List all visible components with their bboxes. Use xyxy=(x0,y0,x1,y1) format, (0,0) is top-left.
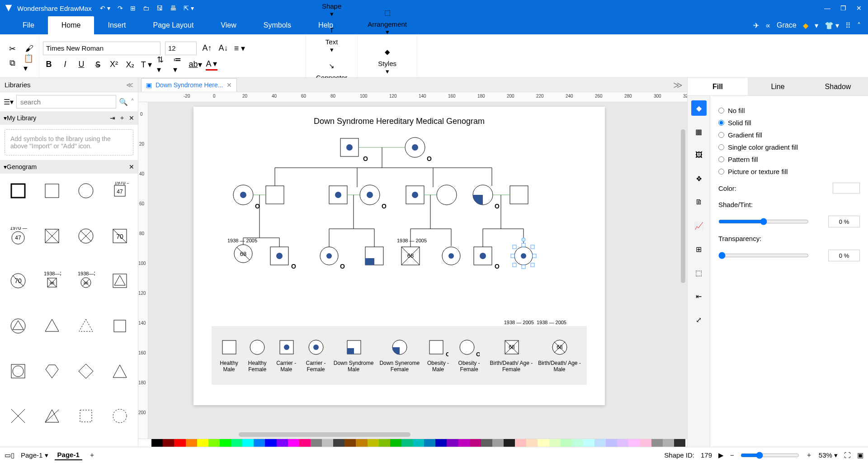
palette-shape[interactable]: 681938—2005 xyxy=(38,267,67,294)
palette-shape[interactable] xyxy=(105,312,134,340)
color-swatch-strip[interactable] xyxy=(322,439,333,447)
zoom-out-icon[interactable]: − xyxy=(730,451,734,459)
zoom-slider[interactable] xyxy=(741,452,799,459)
rp-align-icon[interactable]: ⇤ xyxy=(691,288,707,304)
color-swatch-strip[interactable] xyxy=(651,439,663,447)
rp-page-icon[interactable]: 🗎 xyxy=(691,194,707,210)
color-swatch-strip[interactable] xyxy=(390,439,401,447)
palette-shape[interactable]: 471970 — xyxy=(105,177,134,204)
shape-tool-button[interactable]: ▭Shape▾ xyxy=(316,0,348,20)
color-swatch-strip[interactable] xyxy=(311,439,322,447)
color-swatch-strip[interactable] xyxy=(356,439,367,447)
share-icon[interactable]: ∝ xyxy=(765,21,770,30)
font-color-icon[interactable]: A ▾ xyxy=(206,59,217,71)
color-swatch-strip[interactable] xyxy=(663,439,674,447)
canvas[interactable]: Down Syndrome Hereditary Medical Genogra… xyxy=(148,102,687,439)
color-swatch-strip[interactable] xyxy=(186,439,197,447)
text-effects-icon[interactable]: T ▾ xyxy=(141,59,152,71)
color-swatch-strip[interactable] xyxy=(617,439,628,447)
minimize-icon[interactable]: ― xyxy=(824,5,830,12)
color-swatch-strip[interactable] xyxy=(265,439,276,447)
transparency-slider[interactable] xyxy=(718,252,809,259)
palette-shape[interactable] xyxy=(105,402,134,430)
zoom-in-icon[interactable]: ＋ xyxy=(806,451,812,459)
line-spacing-icon[interactable]: ⇅ ▾ xyxy=(157,59,169,71)
color-swatch[interactable] xyxy=(833,183,860,194)
library-search-input[interactable] xyxy=(16,95,116,109)
color-swatch-strip[interactable] xyxy=(140,439,151,447)
palette-shape[interactable] xyxy=(4,402,33,430)
transparency-spin[interactable] xyxy=(828,250,860,261)
palette-shape[interactable] xyxy=(38,222,67,250)
export-icon[interactable]: ⇱ ▾ xyxy=(184,5,194,12)
color-swatch-strip[interactable] xyxy=(379,439,390,447)
expand-right-icon[interactable]: ≫ xyxy=(671,80,684,90)
rp-layers-icon[interactable]: ❖ xyxy=(691,171,707,186)
library-menu-icon[interactable]: ☰▾ xyxy=(4,98,14,106)
palette-shape[interactable] xyxy=(71,402,101,430)
close-mylib-icon[interactable]: ✕ xyxy=(129,114,134,122)
print-icon[interactable]: 🖶 xyxy=(170,5,176,12)
color-swatch-strip[interactable] xyxy=(435,439,447,447)
color-swatch-strip[interactable] xyxy=(242,439,254,447)
rp-tab-fill[interactable]: Fill xyxy=(688,78,748,95)
color-swatch-strip[interactable] xyxy=(151,439,163,447)
color-swatch-strip[interactable] xyxy=(163,439,174,447)
underline-icon[interactable]: U xyxy=(75,59,87,71)
color-swatch-strip[interactable] xyxy=(504,439,515,447)
palette-shape[interactable] xyxy=(71,177,101,204)
color-swatch-strip[interactable] xyxy=(470,439,481,447)
palette-shape[interactable] xyxy=(38,358,67,385)
collapse-ribbon-icon[interactable]: ˄ xyxy=(857,21,861,30)
open-icon[interactable]: 🗀 xyxy=(143,5,149,12)
menu-symbols[interactable]: Symbols xyxy=(250,16,305,34)
page-dropdown[interactable]: Page-1 ▾ xyxy=(21,451,48,459)
color-swatch-strip[interactable] xyxy=(231,439,242,447)
color-strip[interactable] xyxy=(138,439,687,447)
rp-fill-icon[interactable]: ◆ xyxy=(691,100,707,116)
palette-shape[interactable] xyxy=(71,312,101,340)
palette-shape[interactable]: 70 xyxy=(105,222,134,250)
color-swatch-strip[interactable] xyxy=(515,439,526,447)
fill-option-none[interactable]: No fill xyxy=(718,107,860,114)
rp-misc-icon[interactable]: ⤢ xyxy=(691,312,707,327)
save-icon[interactable]: 🖫 xyxy=(156,5,163,12)
menu-page-layout[interactable]: Page Layout xyxy=(139,16,207,34)
color-swatch-strip[interactable] xyxy=(368,439,379,447)
paste-icon[interactable]: 📋 ▾ xyxy=(24,57,35,69)
rp-shape-icon[interactable]: ⬚ xyxy=(691,265,707,280)
new-icon[interactable]: ⊞ xyxy=(130,5,136,12)
scrollbar-horizontal[interactable] xyxy=(239,432,410,437)
text-tool-button[interactable]: TText▾ xyxy=(319,21,344,56)
palette-shape[interactable] xyxy=(4,312,33,340)
copy-icon[interactable]: ⧉ xyxy=(6,57,18,69)
menu-view[interactable]: View xyxy=(207,16,250,34)
fill-option-single-gradient[interactable]: Single color gradient fill xyxy=(718,143,860,151)
color-swatch-strip[interactable] xyxy=(594,439,606,447)
color-swatch-strip[interactable] xyxy=(254,439,265,447)
collapse-left-icon[interactable]: ≪ xyxy=(126,81,133,89)
fill-option-gradient[interactable]: Gradient fill xyxy=(718,131,860,139)
color-swatch-strip[interactable] xyxy=(583,439,594,447)
zoom-value[interactable]: 53% ▾ xyxy=(819,451,838,459)
palette-shape[interactable] xyxy=(38,177,67,204)
palette-shape[interactable]: 471970 — xyxy=(4,222,33,250)
fill-option-picture[interactable]: Picture or texture fill xyxy=(718,168,860,175)
palette-shape[interactable] xyxy=(4,358,33,385)
send-icon[interactable]: ✈ xyxy=(753,21,759,30)
rp-tab-shadow[interactable]: Shadow xyxy=(808,78,868,95)
color-swatch-strip[interactable] xyxy=(549,439,561,447)
search-icon[interactable]: 🔍 xyxy=(119,98,128,106)
apps-icon[interactable]: ⠿ xyxy=(845,21,851,30)
chevron-down-icon[interactable]: ▾ xyxy=(815,21,818,30)
color-swatch-strip[interactable] xyxy=(220,439,231,447)
color-swatch-strip[interactable] xyxy=(572,439,583,447)
menu-home[interactable]: Home xyxy=(48,16,94,34)
decrease-font-icon[interactable]: A↓ xyxy=(217,43,229,54)
color-swatch-strip[interactable] xyxy=(174,439,185,447)
subscript-icon[interactable]: X₂ xyxy=(124,59,136,71)
color-swatch-strip[interactable] xyxy=(447,439,458,447)
palette-shape[interactable] xyxy=(4,177,33,204)
palette-shape[interactable]: 70 xyxy=(4,267,33,294)
color-swatch-strip[interactable] xyxy=(606,439,617,447)
